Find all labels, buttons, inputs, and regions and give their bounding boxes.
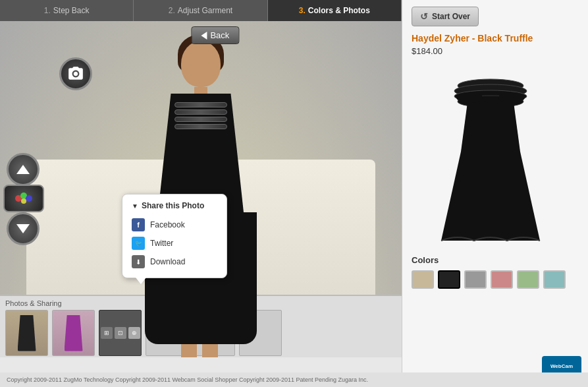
product-dress-image (425, 66, 556, 244)
colors-label: Colors (412, 255, 579, 265)
color-swatch-tan[interactable] (412, 270, 434, 289)
svg-point-2 (26, 195, 32, 202)
product-name: Haydel Zyher - Black Truffle (412, 33, 579, 44)
dress-ruffle-4 (174, 124, 227, 129)
dress-ruffle-1 (174, 102, 227, 107)
step1-label: Step Back (53, 6, 90, 15)
thumb-1-dress (18, 315, 36, 351)
thumb-2-dress (65, 315, 83, 351)
model-leg-right (202, 344, 218, 357)
dress-ruffle-3 (174, 117, 227, 122)
svg-point-15 (498, 92, 525, 103)
model-legs (181, 344, 221, 357)
svg-point-14 (456, 92, 483, 103)
product-image-area (412, 63, 570, 247)
share-mini-icon: ⊡ (115, 327, 126, 339)
share-facebook[interactable]: f Facebook (132, 216, 217, 234)
steps-bar: 1. Step Back 2. Adjust Garment 3. Colors… (0, 0, 402, 21)
photo-thumb-2[interactable] (52, 310, 95, 356)
share-download[interactable]: ⬇ Download (132, 253, 217, 271)
main-viewport: Back ▼ Share this Photo f Facebook (0, 21, 402, 357)
thumb-1-preview (6, 311, 47, 355)
model-head-area (181, 41, 221, 94)
down-arrow-icon (16, 224, 30, 233)
thumb-2-preview (53, 311, 94, 355)
download-label: Download (150, 257, 185, 266)
footer-copyright: Copyright 2009-2011 ZugMo Technology Cop… (7, 376, 368, 383)
svg-point-3 (21, 198, 26, 204)
back-button[interactable]: Back (191, 26, 239, 44)
color-palette-button[interactable] (3, 185, 44, 212)
twitter-label: Twitter (150, 239, 173, 248)
color-swatch-green[interactable] (517, 270, 539, 289)
facebook-icon: f (132, 218, 145, 231)
dress-detail (174, 100, 227, 140)
color-swatch-black[interactable] (438, 270, 460, 289)
step2-label: Adjust Garment (178, 6, 232, 15)
right-panel: ↺ Start Over Haydel Zyher - Black Truffl… (402, 0, 588, 387)
camera-button[interactable] (59, 57, 92, 90)
step3-number: 3. (299, 6, 306, 15)
start-over-label: Start Over (432, 12, 470, 21)
step-2[interactable]: 2. Adjust Garment (134, 0, 267, 21)
model-body (135, 41, 267, 331)
share-popup-title: ▼ Share this Photo (132, 201, 217, 210)
color-swatch-pink[interactable] (491, 270, 513, 289)
back-button-label: Back (210, 30, 229, 40)
twitter-icon: 🐦 (132, 237, 145, 250)
product-price: $184.00 (412, 46, 579, 56)
camera-icon (67, 65, 84, 82)
facebook-label: Facebook (150, 220, 185, 229)
start-over-button[interactable]: ↺ Start Over (412, 7, 479, 26)
dress-ruffle-2 (174, 109, 227, 115)
color-swatch-gray[interactable] (464, 270, 487, 289)
color-swatch-teal[interactable] (543, 270, 566, 289)
svg-marker-13 (441, 152, 540, 241)
step2-number: 2. (169, 6, 175, 15)
model-figure (135, 41, 267, 331)
step-1[interactable]: 1. Step Back (0, 0, 134, 21)
footer: Copyright 2009-2011 ZugMo Technology Cop… (0, 372, 588, 387)
model-head (181, 41, 221, 87)
photo-thumb-1[interactable] (5, 310, 48, 356)
grid-icon: ⊞ (101, 327, 113, 339)
up-arrow-icon (16, 165, 30, 174)
palette-icon (12, 189, 36, 208)
step-3[interactable]: 3. Colors & Photos (268, 0, 402, 21)
step3-label: Colors & Photos (308, 6, 370, 15)
model-leg-left (181, 344, 197, 357)
nav-down-button[interactable] (7, 212, 40, 245)
share-popup: ▼ Share this Photo f Facebook 🐦 Twitter … (122, 194, 227, 278)
step1-number: 1. (44, 6, 51, 15)
svg-marker-12 (461, 102, 520, 152)
share-twitter[interactable]: 🐦 Twitter (132, 234, 217, 253)
back-arrow-icon (201, 32, 207, 40)
nav-up-button[interactable] (7, 153, 40, 186)
colors-row (412, 270, 579, 289)
refresh-icon: ↺ (420, 11, 428, 22)
download-icon: ⬇ (132, 255, 145, 268)
